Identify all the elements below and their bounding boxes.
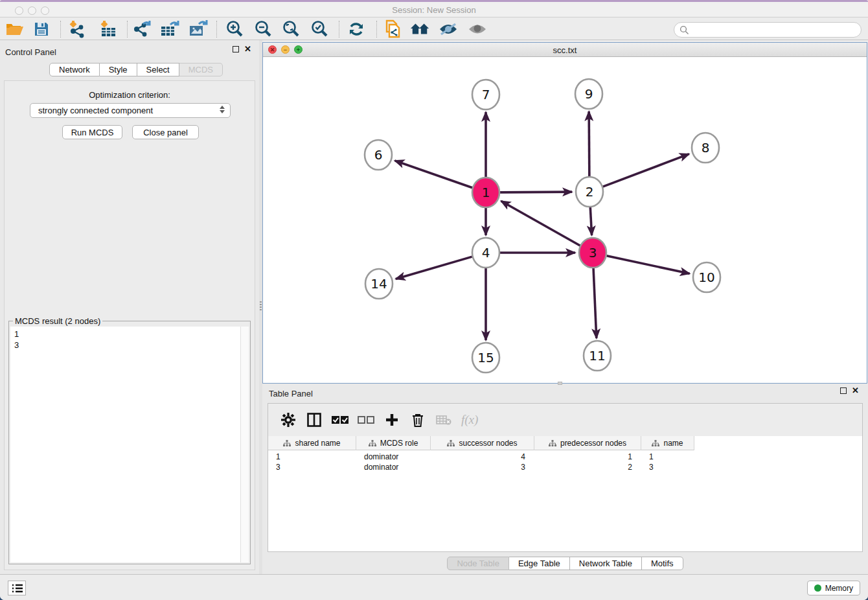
table-cell[interactable]: 1 xyxy=(268,452,356,462)
open-session-icon[interactable] xyxy=(5,19,25,39)
export-image-icon[interactable] xyxy=(188,19,208,39)
graph-node-10[interactable]: 10 xyxy=(693,262,720,292)
table-panel: Table Panel ✕ xyxy=(262,384,868,574)
table-panel-title: Table Panel xyxy=(269,389,313,398)
graph-node-6[interactable]: 6 xyxy=(365,140,392,170)
table-cell[interactable]: 4 xyxy=(431,452,534,462)
zoom-out-icon[interactable] xyxy=(253,19,273,39)
table-cell[interactable]: 3 xyxy=(268,462,356,472)
mcds-result-text[interactable]: 1 3 xyxy=(10,327,249,562)
add-column-icon[interactable] xyxy=(383,411,400,428)
graph-edge-3-1[interactable] xyxy=(501,201,580,246)
select-all-checkboxes-icon[interactable] xyxy=(332,411,348,428)
graph-edge-3-10[interactable] xyxy=(607,256,690,274)
graph-edge-4-14[interactable] xyxy=(396,257,472,279)
run-mcds-button[interactable]: Run MCDS xyxy=(62,125,122,139)
graph-node-14[interactable]: 14 xyxy=(365,269,393,299)
hide-selected-icon[interactable] xyxy=(439,19,458,39)
tab-select[interactable]: Select xyxy=(137,63,179,76)
close-panel-icon[interactable]: ✕ xyxy=(244,46,251,52)
table-row[interactable]: 1dominator411 xyxy=(268,452,694,462)
table-cell[interactable]: 3 xyxy=(641,462,694,472)
svg-text:7: 7 xyxy=(482,87,490,102)
column-header-name[interactable]: name xyxy=(641,436,694,450)
column-header-successor-nodes[interactable]: successor nodes xyxy=(431,436,534,450)
tab-edge-table[interactable]: Edge Table xyxy=(509,557,570,570)
zoom-selected-icon[interactable] xyxy=(310,19,329,39)
first-neighbors-icon[interactable] xyxy=(410,19,429,39)
memory-button[interactable]: Memory xyxy=(807,581,860,595)
horizontal-splitter-grip[interactable] xyxy=(558,382,562,385)
graph-node-4[interactable]: 4 xyxy=(472,238,499,268)
graph-node-11[interactable]: 11 xyxy=(584,341,611,371)
graph-edge-1-6[interactable] xyxy=(394,161,472,188)
mcds-result-scrollbar[interactable] xyxy=(240,327,249,562)
zoom-fit-icon[interactable] xyxy=(281,19,301,39)
main-toolbar xyxy=(0,18,868,40)
import-network-icon[interactable] xyxy=(67,19,87,39)
graph-node-2[interactable]: 2 xyxy=(576,177,603,207)
mcds-result-legend: MCDS result (2 nodes) xyxy=(13,316,102,326)
graph-node-8[interactable]: 8 xyxy=(692,133,719,163)
network-graph[interactable]: 7968124314101511 xyxy=(263,57,867,384)
export-network-icon[interactable] xyxy=(132,19,152,39)
delete-table-icon[interactable] xyxy=(435,411,452,428)
tab-node-table[interactable]: Node Table xyxy=(447,557,509,570)
graph-edge-2-8[interactable] xyxy=(603,154,689,187)
table-cell[interactable]: 1 xyxy=(641,452,694,462)
column-header-label: predecessor nodes xyxy=(560,439,626,448)
column-header-MCDS-role[interactable]: MCDS role xyxy=(356,436,431,450)
column-header-label: MCDS role xyxy=(380,439,418,448)
table-cell[interactable]: 1 xyxy=(534,452,641,462)
mcds-result-group: MCDS result (2 nodes) 1 3 xyxy=(8,321,251,564)
title-bar: Session: New Session xyxy=(0,2,868,17)
close-table-panel-icon[interactable]: ✕ xyxy=(852,387,859,394)
close-panel-button[interactable]: Close panel xyxy=(132,125,199,139)
control-panel-title: Control Panel xyxy=(5,47,56,57)
column-header-label: name xyxy=(663,439,683,448)
graph-edge-2-3[interactable] xyxy=(590,206,591,235)
search-input[interactable] xyxy=(674,22,862,38)
refresh-view-icon[interactable] xyxy=(347,19,366,39)
new-network-from-selection-icon[interactable] xyxy=(382,19,402,39)
export-table-icon[interactable] xyxy=(160,19,179,39)
deselect-all-checkboxes-icon[interactable] xyxy=(358,411,374,428)
settings-gear-icon[interactable] xyxy=(280,411,297,428)
float-panel-icon[interactable] xyxy=(233,46,239,52)
float-table-panel-icon[interactable] xyxy=(840,387,847,394)
table-row[interactable]: 3dominator323 xyxy=(268,462,694,472)
table-cell[interactable]: 3 xyxy=(431,462,534,472)
network-canvas[interactable]: 7968124314101511 xyxy=(263,57,867,383)
tab-style[interactable]: Style xyxy=(100,63,137,76)
network-window-titlebar[interactable]: ✕ − + scc.txt xyxy=(263,43,867,57)
graph-node-9[interactable]: 9 xyxy=(575,79,602,109)
graph-edge-1-2[interactable] xyxy=(500,192,572,192)
delete-column-icon[interactable] xyxy=(409,411,426,428)
window-title: Session: New Session xyxy=(0,5,868,15)
table-cell[interactable]: dominator xyxy=(356,462,431,472)
table-cell[interactable]: 2 xyxy=(534,462,641,472)
graph-edge-2-9[interactable] xyxy=(589,111,589,178)
column-header-predecessor-nodes[interactable]: predecessor nodes xyxy=(534,436,641,450)
column-header-shared-name[interactable]: shared name xyxy=(268,436,356,450)
graph-edge-3-11[interactable] xyxy=(593,267,597,338)
table-cell[interactable]: dominator xyxy=(356,452,431,462)
tab-motifs[interactable]: Motifs xyxy=(642,557,683,570)
graph-node-7[interactable]: 7 xyxy=(472,80,499,110)
tab-mcds[interactable]: MCDS xyxy=(179,63,223,76)
graph-node-3[interactable]: 3 xyxy=(579,238,606,268)
graph-node-1[interactable]: 1 xyxy=(472,178,499,207)
task-history-button[interactable] xyxy=(8,581,26,595)
show-column-panel-icon[interactable] xyxy=(306,411,323,428)
function-builder-icon[interactable]: f(x) xyxy=(461,413,478,427)
show-all-icon[interactable] xyxy=(468,19,487,39)
tab-network[interactable]: Network xyxy=(49,63,100,76)
mcds-panel-content: Optimization criterion: strongly connect… xyxy=(4,80,255,570)
table-toolbar: f(x) xyxy=(268,404,862,436)
save-session-icon[interactable] xyxy=(32,19,51,39)
import-table-icon[interactable] xyxy=(98,19,118,39)
graph-node-15[interactable]: 15 xyxy=(472,343,499,373)
zoom-in-icon[interactable] xyxy=(225,19,244,39)
tab-network-table[interactable]: Network Table xyxy=(570,557,642,570)
criterion-select[interactable]: strongly connected component xyxy=(30,103,231,118)
